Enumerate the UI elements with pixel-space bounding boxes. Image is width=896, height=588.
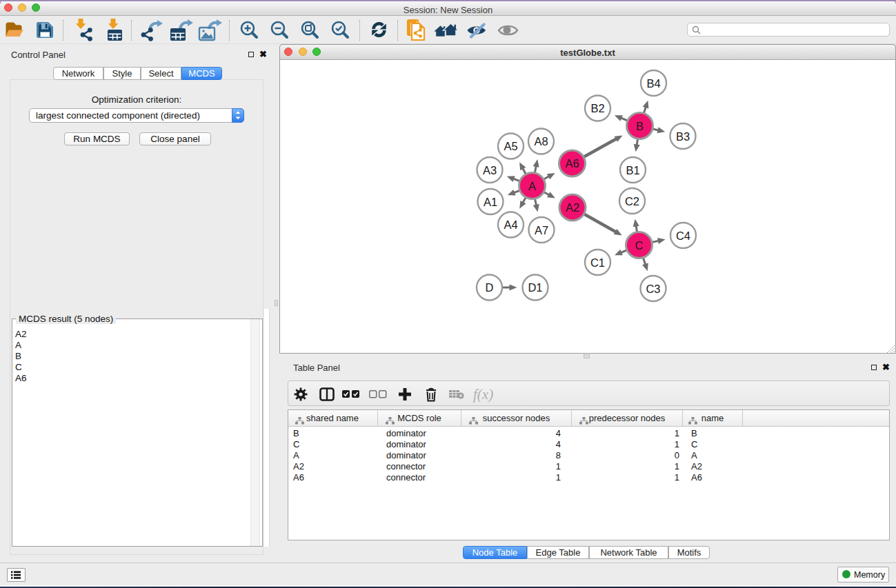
svg-text:A7: A7	[535, 224, 548, 236]
svg-text:A: A	[528, 180, 536, 192]
svg-text:A1: A1	[484, 196, 497, 208]
svg-text:D: D	[486, 281, 494, 294]
svg-text:C4: C4	[676, 230, 690, 242]
svg-text:C3: C3	[646, 283, 660, 295]
svg-text:A5: A5	[504, 140, 517, 152]
svg-text:A3: A3	[483, 164, 497, 176]
svg-text:C2: C2	[625, 195, 639, 207]
svg-text:C: C	[635, 239, 644, 252]
svg-text:B4: B4	[646, 77, 660, 90]
svg-text:A4: A4	[504, 219, 517, 231]
svg-text:C1: C1	[590, 256, 605, 269]
svg-text:A2: A2	[566, 201, 579, 214]
svg-text:B1: B1	[626, 164, 639, 176]
svg-text:A6: A6	[565, 157, 579, 170]
svg-text:D1: D1	[528, 281, 542, 294]
svg-text:B2: B2	[590, 102, 604, 114]
svg-text:A8: A8	[534, 135, 548, 148]
svg-text:B3: B3	[676, 130, 690, 143]
svg-text:B: B	[636, 120, 644, 132]
